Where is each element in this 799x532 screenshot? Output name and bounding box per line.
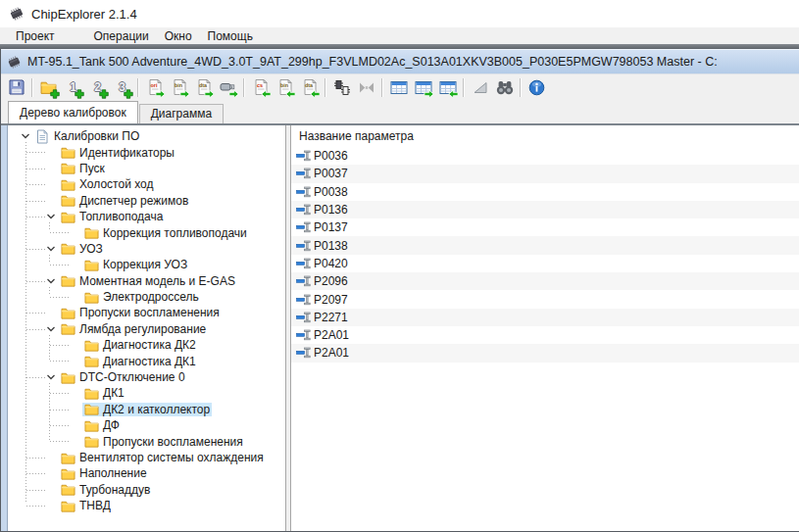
tree-item[interactable]: Идентификаторы bbox=[8, 144, 285, 160]
tree-item-label: ТНВД bbox=[77, 499, 111, 512]
import-bin-button[interactable]: bin bbox=[273, 76, 297, 99]
export-dta-button[interactable]: dta bbox=[191, 76, 216, 99]
tree-item[interactable]: Пуск bbox=[8, 161, 285, 176]
merge-button[interactable] bbox=[354, 76, 378, 99]
export-bin-button[interactable]: bin bbox=[167, 76, 191, 99]
import-dta-button[interactable]: dta bbox=[297, 76, 322, 99]
parameter-item[interactable]: P0138 bbox=[291, 236, 799, 254]
tree-item[interactable]: Турбонаддув bbox=[8, 482, 285, 498]
export-ori-button[interactable]: ori bbox=[142, 76, 167, 99]
import-cs-button[interactable]: cs bbox=[248, 76, 273, 99]
menu-help[interactable]: Помощь bbox=[200, 29, 261, 43]
tree-item[interactable]: ТНВД bbox=[8, 498, 285, 513]
table-import-button[interactable] bbox=[435, 76, 460, 99]
folder-icon bbox=[61, 162, 77, 174]
export-usb-button[interactable] bbox=[216, 76, 240, 99]
folder-icon bbox=[61, 274, 77, 287]
parameter-item[interactable]: P0136 bbox=[291, 201, 799, 218]
tab-calibration-tree[interactable]: Дерево калибровок bbox=[8, 101, 138, 123]
chevron-down-icon[interactable] bbox=[20, 130, 33, 142]
parameter-item[interactable]: P2271 bbox=[291, 309, 799, 326]
plus-icon bbox=[99, 89, 109, 99]
parameter-item[interactable]: P0037 bbox=[291, 165, 799, 182]
tree-indent bbox=[8, 450, 45, 465]
toolbar: 1 2 3 ori bbox=[1, 73, 799, 100]
search-button[interactable] bbox=[492, 76, 517, 99]
tree-item[interactable]: Вентилятор системы охлаждения bbox=[8, 450, 285, 465]
tree-connector-line bbox=[49, 222, 50, 230]
info-button[interactable] bbox=[524, 76, 549, 99]
merge-arrows-icon bbox=[359, 80, 375, 95]
folder-icon bbox=[61, 467, 77, 480]
arrow-left-icon bbox=[261, 89, 272, 99]
add-map-1-button[interactable]: 1 bbox=[61, 76, 85, 99]
parameter-map-icon bbox=[296, 184, 314, 200]
parameter-label: P0037 bbox=[314, 167, 348, 180]
folder-icon bbox=[61, 211, 77, 223]
tree-indent bbox=[8, 498, 45, 513]
add-map-2-button[interactable]: 2 bbox=[85, 76, 110, 99]
folder-icon bbox=[61, 194, 77, 207]
tree-item[interactable]: Наполнение bbox=[8, 465, 285, 481]
tree-item[interactable]: Калибровки ПО bbox=[8, 128, 285, 144]
tab-diagram[interactable]: Диаграмма bbox=[139, 104, 224, 123]
tree-indent bbox=[8, 273, 45, 289]
parameter-item[interactable]: P0137 bbox=[291, 218, 799, 236]
binoculars-icon bbox=[496, 80, 514, 95]
tree-indent bbox=[8, 369, 45, 385]
chevron-down-icon[interactable] bbox=[45, 371, 59, 383]
menu-window[interactable]: Окно bbox=[157, 29, 200, 43]
document-titlebar[interactable]: MT-95.1_Tank 500 Adventure_4WD_3.0T_9AT_… bbox=[1, 49, 799, 73]
toolbar-separator bbox=[463, 78, 465, 97]
parameter-item[interactable]: P2097 bbox=[291, 290, 799, 308]
parameter-map-icon bbox=[296, 310, 314, 325]
add-folder-button[interactable] bbox=[36, 76, 61, 99]
slope-button[interactable] bbox=[468, 76, 492, 99]
tree-indent bbox=[8, 289, 69, 305]
parameter-map-icon bbox=[296, 345, 314, 361]
parameter-item[interactable]: P2A01 bbox=[291, 344, 799, 362]
tree-item-label: Диспетчер режимов bbox=[77, 194, 188, 208]
toolbar-separator bbox=[31, 78, 33, 97]
parameter-map-icon bbox=[296, 273, 314, 289]
chevron-down-icon[interactable] bbox=[45, 323, 59, 335]
tree-item[interactable]: Диспетчер режимов bbox=[8, 193, 285, 209]
tree-item-label: Пуск bbox=[77, 162, 105, 175]
folder-icon bbox=[84, 291, 101, 304]
folder-icon bbox=[84, 355, 101, 367]
chevron-down-icon[interactable] bbox=[45, 275, 59, 287]
parameter-item[interactable]: P2A01 bbox=[291, 326, 799, 344]
parameter-item[interactable]: P2096 bbox=[291, 272, 799, 290]
tree-rows: Калибровки ПО bbox=[8, 128, 285, 513]
folder-icon bbox=[61, 452, 77, 464]
add-map-3-button[interactable]: 3 bbox=[110, 76, 134, 99]
chevron-down-icon[interactable] bbox=[45, 211, 59, 222]
parameter-item[interactable]: P0420 bbox=[291, 255, 799, 272]
tree-item-label: ДК1 bbox=[101, 386, 125, 400]
chevron-down-icon[interactable] bbox=[45, 243, 59, 255]
tree-indent bbox=[8, 224, 69, 240]
tree-indent bbox=[8, 465, 45, 481]
tree-indent bbox=[8, 417, 69, 433]
tree-connector-line bbox=[49, 383, 50, 439]
floppy-icon bbox=[8, 78, 25, 96]
compare-chips-button[interactable] bbox=[329, 76, 354, 99]
arrow-right-icon bbox=[228, 89, 239, 99]
tree-item-label: Моментная модель и E-GAS bbox=[77, 274, 235, 288]
tree-indent bbox=[8, 241, 45, 257]
parameter-item[interactable]: P0038 bbox=[291, 183, 799, 201]
arrow-right-icon bbox=[204, 89, 215, 99]
tree-indent bbox=[8, 337, 69, 353]
menu-operations[interactable]: Операции bbox=[86, 29, 157, 43]
tree-item[interactable]: Пропуски воспламенения bbox=[8, 305, 285, 320]
menu-project[interactable]: Проект bbox=[8, 29, 63, 43]
save-button[interactable] bbox=[4, 76, 28, 99]
parameter-column-header[interactable]: Название параметра bbox=[291, 125, 799, 147]
tree-indent bbox=[8, 482, 45, 498]
table-view-button[interactable] bbox=[386, 76, 411, 99]
parameter-item[interactable]: P0036 bbox=[291, 147, 799, 165]
tree-item[interactable]: Холостой ход bbox=[8, 176, 285, 192]
app-title: ChipExplorer 2.1.4 bbox=[31, 7, 137, 22]
parameter-label: P2A01 bbox=[314, 328, 349, 342]
table-export-button[interactable] bbox=[411, 76, 435, 99]
